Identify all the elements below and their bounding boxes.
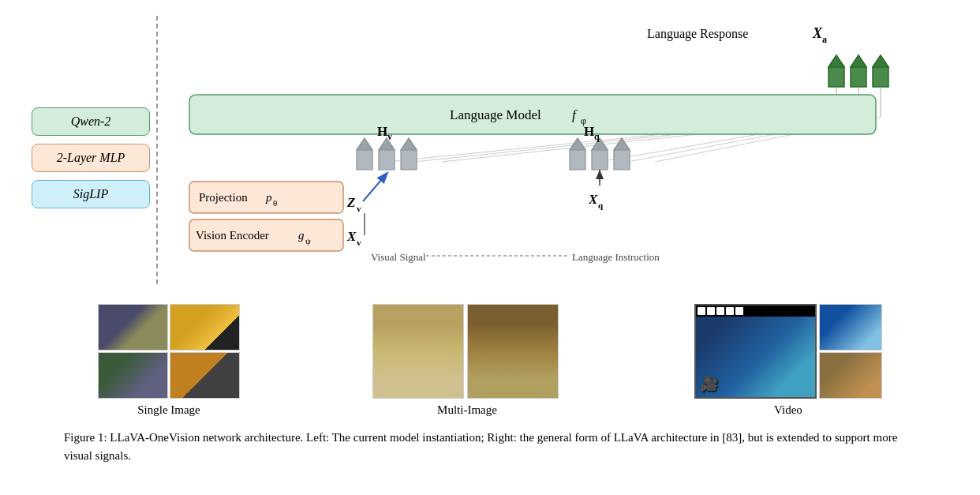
film-hole-4 bbox=[726, 307, 734, 315]
single-image-label: Single Image bbox=[137, 403, 200, 417]
Zv-sub: v bbox=[357, 204, 361, 213]
green-roof-3 bbox=[873, 55, 888, 67]
Zv-label: Z bbox=[346, 195, 355, 210]
Xv-label: X bbox=[346, 229, 357, 244]
multi-image-group: Multi-Image bbox=[372, 304, 562, 417]
single-image-grid bbox=[98, 304, 240, 399]
caption-text: Figure 1: LLaVA-OneVision network archit… bbox=[64, 431, 897, 462]
film-strip-top bbox=[696, 306, 815, 317]
main-figure: Qwen-2 2-Layer MLP SigLIP Language Respo… bbox=[32, 16, 948, 468]
green-roof-1 bbox=[829, 55, 844, 67]
side-frame-2 bbox=[819, 352, 882, 399]
dog-img bbox=[372, 304, 464, 399]
film-hole-5 bbox=[735, 307, 743, 315]
vision-encoder-psi: ψ bbox=[305, 236, 311, 246]
Hv-sub: v bbox=[387, 131, 392, 142]
left-panel: Qwen-2 2-Layer MLP SigLIP bbox=[32, 16, 158, 284]
projection-theta: θ bbox=[273, 198, 277, 208]
vision-encoder-g: g bbox=[298, 229, 305, 242]
side-frames bbox=[819, 304, 882, 399]
Xv-sub: v bbox=[357, 238, 361, 247]
film-hole-2 bbox=[707, 307, 715, 315]
car-br-img bbox=[170, 352, 240, 399]
projection-text: Projection bbox=[199, 191, 248, 204]
qwen2-box: Qwen-2 bbox=[32, 107, 150, 136]
film-hole-1 bbox=[698, 307, 705, 315]
qwen2-label: Qwen-2 bbox=[71, 114, 111, 128]
zv-arrow bbox=[363, 174, 387, 201]
street-bl-img bbox=[98, 352, 168, 399]
right-panel: Language Response X a bbox=[158, 16, 948, 284]
Xa-sub: a bbox=[822, 34, 827, 45]
hq-arrowhead bbox=[596, 170, 604, 179]
Hv-label: H bbox=[377, 124, 387, 139]
lang-response-label: Language Response bbox=[647, 27, 748, 41]
language-model-text: Language Model bbox=[450, 107, 541, 122]
siglip-label: SigLIP bbox=[73, 187, 108, 201]
figure-caption: Figure 1: LLaVA-OneVision network archit… bbox=[56, 425, 924, 468]
projection-p: p bbox=[265, 191, 272, 204]
main-video-frame: 🎥 bbox=[694, 304, 817, 399]
side-frame-1 bbox=[819, 304, 882, 351]
single-image-group: Single Image bbox=[98, 304, 240, 417]
camera-icon: 🎥 bbox=[701, 375, 718, 392]
monkey-img bbox=[467, 304, 559, 399]
urban-tl-img bbox=[98, 304, 168, 351]
architecture-diagram: Language Response X a bbox=[181, 16, 939, 284]
Xa-label: X bbox=[812, 25, 823, 41]
hv-roof-1 bbox=[357, 138, 372, 150]
visual-signal-label: Visual Signal bbox=[371, 251, 426, 263]
taxi-tr-img bbox=[170, 304, 240, 351]
mlp-box: 2-Layer MLP bbox=[32, 144, 150, 172]
green-roof-2 bbox=[851, 55, 866, 67]
hv-roof-2 bbox=[379, 138, 395, 150]
Xq-sub: q bbox=[598, 201, 604, 210]
hv-roof-3 bbox=[401, 138, 417, 150]
video-group: 🎥 Video bbox=[694, 304, 882, 417]
images-section: Single Image Multi-Image bbox=[32, 304, 948, 417]
Xq-label: X bbox=[588, 192, 598, 207]
siglip-box: SigLIP bbox=[32, 180, 150, 208]
diagram-area: Qwen-2 2-Layer MLP SigLIP Language Respo… bbox=[32, 16, 948, 284]
video-label: Video bbox=[774, 403, 802, 417]
multi-image-container bbox=[372, 304, 562, 399]
language-instruction-label: Language Instruction bbox=[572, 251, 660, 263]
video-container: 🎥 bbox=[694, 304, 882, 399]
multi-image-label: Multi-Image bbox=[437, 403, 497, 417]
vision-encoder-text: Vision Encoder bbox=[196, 229, 269, 242]
mlp-label: 2-Layer MLP bbox=[57, 151, 125, 164]
film-hole-3 bbox=[716, 307, 724, 315]
Hq-label: H bbox=[584, 124, 594, 139]
Hq-sub: q bbox=[594, 131, 600, 142]
